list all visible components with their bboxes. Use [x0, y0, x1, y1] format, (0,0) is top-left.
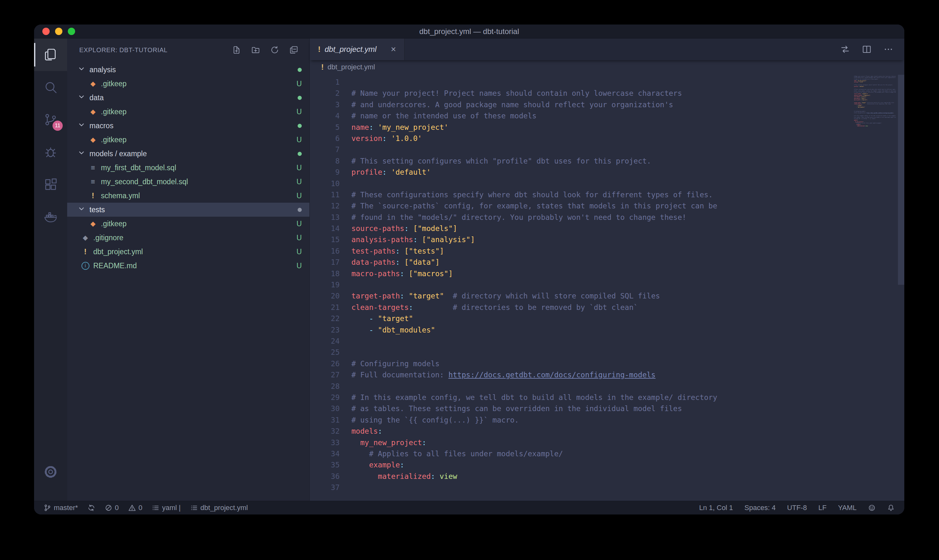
file-dbt_project.yml[interactable]: !dbt_project.ymlU [67, 245, 309, 259]
close-tab-icon[interactable]: × [389, 44, 397, 54]
activity-item-source-control[interactable]: 11 [34, 103, 67, 136]
scrollbar-thumb[interactable] [898, 75, 904, 285]
activity-item-settings[interactable] [34, 455, 67, 488]
code-line [854, 127, 896, 129]
yaml-warning-icon: ! [321, 63, 324, 72]
folder-models-example[interactable]: models / example [67, 147, 309, 161]
chevron-down-icon [77, 65, 86, 74]
line-number: 6 [310, 133, 340, 144]
status-sync[interactable] [88, 504, 95, 512]
line-number: 34 [310, 448, 340, 460]
file-.gitkeep[interactable]: ◆.gitkeepU [67, 77, 309, 91]
line-number: 28 [310, 381, 340, 392]
split-editor-button[interactable] [862, 44, 872, 54]
folder-data[interactable]: data [67, 91, 309, 105]
status-git-branch[interactable]: master* [44, 504, 78, 512]
folder-macros[interactable]: macros [67, 119, 309, 133]
code-line: materialized: view [351, 471, 904, 482]
file-readme.md[interactable]: iREADME.mdU [67, 259, 309, 273]
tree-item-label: schema.yml [101, 192, 140, 200]
status-errors[interactable]: 0 [105, 504, 119, 512]
code-line: # found in the "models/" directory. You … [351, 212, 904, 223]
explorer-header: EXPLORER: DBT-TUTORIAL [67, 38, 309, 62]
status-active-file-label: dbt_project.yml [200, 504, 248, 512]
status-warning-icon [128, 504, 136, 512]
folder-tests[interactable]: tests [67, 203, 309, 217]
code-line: example: [351, 460, 904, 471]
workbench: 11 EXPLORER: DBT-TUTORIAL analysis◆.gitk… [34, 38, 904, 501]
git-status-untracked: U [296, 234, 302, 242]
title-bar: dbt_project.yml — dbt-tutorial [34, 25, 904, 38]
code-line: # The `source-paths` config, for example… [351, 200, 904, 212]
file-my_first_dbt_model.sql[interactable]: ≡my_first_dbt_model.sqlU [67, 161, 309, 175]
yaml-warning-icon: ! [318, 45, 320, 54]
status-cursor-position[interactable]: Ln 1, Col 1 [699, 504, 733, 512]
code-line: profile: 'default' [351, 167, 904, 178]
code-line: # using the `{{ config(...) }}` macro. [351, 415, 904, 426]
minimap[interactable]: # Name your project! Project names shoul… [854, 74, 896, 501]
activity-item-extensions[interactable] [34, 168, 67, 201]
refresh-explorer-button[interactable] [270, 45, 279, 55]
code-line [351, 77, 904, 88]
new-folder-button[interactable] [251, 45, 260, 55]
activity-item-debug[interactable] [34, 136, 67, 168]
line-number: 12 [310, 200, 340, 212]
activity-item-explorer[interactable] [34, 38, 67, 71]
status-active-file[interactable]: dbt_project.yml [190, 504, 248, 512]
line-number: 26 [310, 358, 340, 369]
folder-analysis[interactable]: analysis [67, 63, 309, 77]
status-language-mode[interactable]: YAML [838, 504, 857, 512]
git-change-dot [298, 68, 302, 72]
tree-item-label: data [89, 94, 104, 102]
open-changes-button[interactable] [840, 44, 850, 54]
status-encoding[interactable]: UTF-8 [787, 504, 807, 512]
line-number: 25 [310, 347, 340, 358]
git-gem-icon: ◆ [88, 108, 98, 115]
status-left: master*00yaml |dbt_project.yml [44, 504, 248, 512]
line-number: 9 [310, 167, 340, 178]
new-file-button[interactable] [232, 45, 241, 55]
tree-item-label: .gitkeep [101, 135, 127, 144]
status-notifications[interactable] [887, 504, 895, 512]
status-yaml-schema[interactable]: yaml | [152, 504, 180, 512]
code-line [351, 381, 904, 392]
code-line: test-paths: ["tests"] [351, 246, 904, 257]
file-.gitkeep[interactable]: ◆.gitkeepU [67, 133, 309, 147]
file-.gitignore[interactable]: ◆.gitignoreU [67, 231, 309, 245]
close-window-button[interactable] [42, 28, 50, 35]
collapse-folders-button[interactable] [289, 45, 299, 55]
editor-scrollbar[interactable] [898, 74, 904, 501]
status-list-icon [190, 504, 198, 512]
file-schema.yml[interactable]: !schema.ymlU [67, 189, 309, 203]
breadcrumb[interactable]: ! dbt_project.yml [310, 60, 904, 74]
code-area[interactable]: 1234567891011121314151617181920212223242… [310, 74, 904, 501]
status-feedback[interactable] [868, 504, 876, 512]
tab-dbt-project-yml[interactable]: ! dbt_project.yml × [310, 38, 405, 60]
minimize-window-button[interactable] [55, 28, 62, 35]
yaml-icon: ! [88, 191, 98, 200]
activity-item-docker[interactable] [34, 201, 67, 233]
zoom-window-button[interactable] [68, 28, 75, 35]
window-title: dbt_project.yml — dbt-tutorial [419, 27, 519, 36]
file-my_second_dbt_model.sql[interactable]: ≡my_second_dbt_model.sqlU [67, 175, 309, 189]
file-.gitkeep[interactable]: ◆.gitkeepU [67, 105, 309, 119]
code-line: - "target" [351, 313, 904, 324]
code-line: data-paths: ["data"] [351, 257, 904, 268]
line-number: 3 [310, 99, 340, 111]
code-content[interactable]: # Name your project! Project names shoul… [345, 74, 904, 501]
status-indentation[interactable]: Spaces: 4 [745, 504, 776, 512]
status-warnings[interactable]: 0 [128, 504, 142, 512]
sql-icon: ≡ [88, 163, 98, 172]
code-line [351, 178, 904, 189]
file-.gitkeep[interactable]: ◆.gitkeepU [67, 217, 309, 231]
more-actions-button[interactable] [883, 44, 893, 54]
line-number: 2 [310, 88, 340, 99]
git-status-untracked: U [296, 108, 302, 116]
status-eol[interactable]: LF [818, 504, 827, 512]
line-number: 14 [310, 223, 340, 234]
code-line: source-paths: ["models"] [351, 223, 904, 234]
tree-item-label: .gitkeep [101, 220, 127, 228]
line-number: 20 [310, 291, 340, 302]
git-gem-icon: ◆ [88, 136, 98, 143]
activity-item-search[interactable] [34, 71, 67, 103]
